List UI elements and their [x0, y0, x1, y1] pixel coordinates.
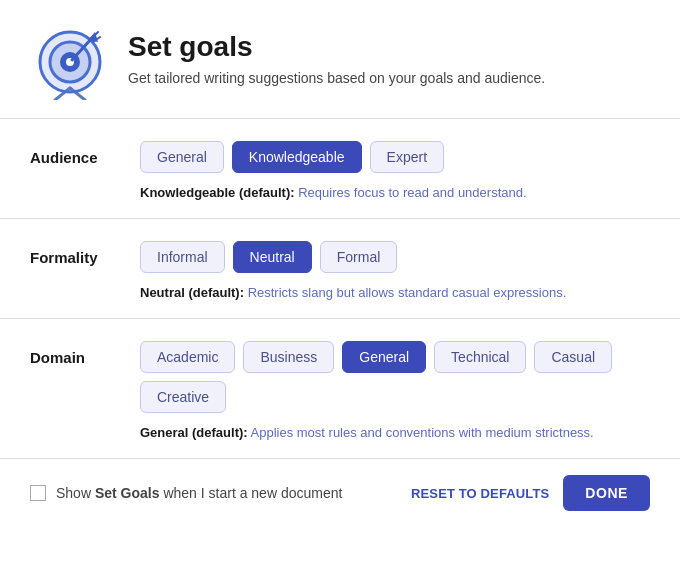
header: Set goals Get tailored writing suggestio… [0, 0, 680, 118]
footer-left: Show Set Goals when I start a new docume… [30, 485, 342, 501]
audience-knowledgeable-btn[interactable]: Knowledgeable [232, 141, 362, 173]
audience-options-col: General Knowledgeable Expert Knowledgeab… [140, 141, 650, 200]
domain-technical-btn[interactable]: Technical [434, 341, 526, 373]
domain-creative-btn[interactable]: Creative [140, 381, 226, 413]
formality-informal-btn[interactable]: Informal [140, 241, 225, 273]
domain-options-col: Academic Business General Technical Casu… [140, 341, 650, 440]
page-title: Set goals [128, 31, 545, 63]
footer-right: RESET TO DEFAULTS DONE [411, 475, 650, 511]
audience-general-btn[interactable]: General [140, 141, 224, 173]
audience-desc-label: Knowledgeable (default): [140, 185, 295, 200]
audience-desc-hint: Requires focus to read and understand. [298, 185, 526, 200]
show-goals-checkbox[interactable] [30, 485, 46, 501]
domain-desc-hint: Applies most rules and conventions with … [251, 425, 594, 440]
audience-options-row: General Knowledgeable Expert [140, 141, 650, 173]
domain-general-btn[interactable]: General [342, 341, 426, 373]
domain-casual-btn[interactable]: Casual [534, 341, 612, 373]
formality-neutral-btn[interactable]: Neutral [233, 241, 312, 273]
domain-desc-label: General (default): [140, 425, 248, 440]
formality-section: Formality Informal Neutral Formal Neutra… [0, 219, 680, 319]
footer: Show Set Goals when I start a new docume… [0, 459, 680, 527]
audience-desc: Knowledgeable (default): Requires focus … [140, 185, 650, 200]
domain-options-row: Academic Business General Technical Casu… [140, 341, 650, 413]
audience-label: Audience [30, 141, 120, 166]
domain-academic-btn[interactable]: Academic [140, 341, 235, 373]
formality-options-col: Informal Neutral Formal Neutral (default… [140, 241, 650, 300]
footer-checkbox-text: Show Set Goals when I start a new docume… [56, 485, 342, 501]
target-icon [30, 20, 110, 100]
domain-label: Domain [30, 341, 120, 366]
formality-options-row: Informal Neutral Formal [140, 241, 650, 273]
formality-desc-hint: Restricts slang but allows standard casu… [248, 285, 567, 300]
header-text: Set goals Get tailored writing suggestio… [128, 31, 545, 89]
formality-desc-label: Neutral (default): [140, 285, 244, 300]
done-button[interactable]: DONE [563, 475, 650, 511]
audience-section: Audience General Knowledgeable Expert Kn… [0, 119, 680, 219]
formality-formal-btn[interactable]: Formal [320, 241, 398, 273]
formality-label: Formality [30, 241, 120, 266]
formality-desc: Neutral (default): Restricts slang but a… [140, 285, 650, 300]
reset-defaults-button[interactable]: RESET TO DEFAULTS [411, 486, 549, 501]
audience-expert-btn[interactable]: Expert [370, 141, 444, 173]
domain-desc: General (default): Applies most rules an… [140, 425, 650, 440]
domain-business-btn[interactable]: Business [243, 341, 334, 373]
page-description: Get tailored writing suggestions based o… [128, 69, 545, 89]
domain-section: Domain Academic Business General Technic… [0, 319, 680, 459]
